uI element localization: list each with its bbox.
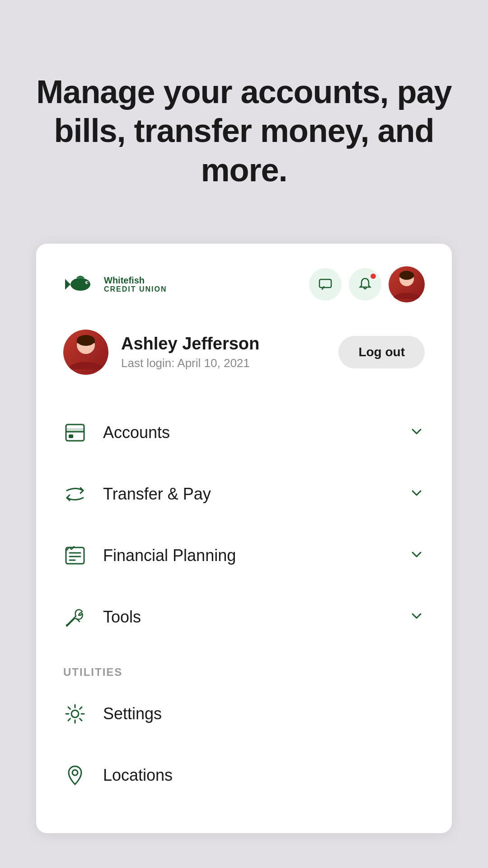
bell-icon [357,277,373,292]
svg-point-0 [70,278,90,291]
user-info-left: Ashley Jefferson Last login: April 10, 2… [63,330,259,375]
user-avatar-header[interactable] [389,266,425,302]
menu-item-locations[interactable]: Locations [36,745,452,806]
svg-point-18 [72,770,78,775]
logo-text: Whitefish CREDIT UNION [104,275,167,293]
menu-list: Accounts Transfer & Pay [36,397,452,652]
menu-item-tools[interactable]: Tools [36,586,452,648]
logout-button[interactable]: Log out [338,336,425,368]
settings-icon [63,702,87,726]
svg-rect-11 [69,434,73,438]
accounts-chevron [408,424,425,442]
accounts-label: Accounts [103,423,392,442]
user-avatar-large [63,330,108,375]
financial-planning-chevron [408,547,425,565]
logo-area: Whitefish CREDIT UNION [63,271,167,298]
hero-section: Manage your accounts, pay bills, transfe… [0,0,488,244]
svg-point-2 [87,282,88,283]
hero-title: Manage your accounts, pay bills, transfe… [36,72,452,189]
user-name: Ashley Jefferson [121,334,259,354]
logo-fish-icon [63,271,99,298]
svg-point-17 [71,710,79,717]
message-button[interactable] [309,268,342,301]
notification-button[interactable] [349,268,381,301]
user-details: Ashley Jefferson Last login: April 10, 2… [121,334,259,370]
tools-label: Tools [103,608,392,627]
utilities-label: UTILITIES [63,666,425,679]
logo-type: CREDIT UNION [104,285,167,293]
transfer-pay-chevron [408,485,425,503]
tools-icon [63,605,87,629]
locations-icon [63,764,87,787]
menu-item-financial-planning[interactable]: Financial Planning [36,525,452,586]
menu-item-settings[interactable]: Settings [36,683,452,745]
svg-rect-8 [66,425,84,441]
header-icons [309,266,425,302]
financial-planning-label: Financial Planning [103,546,392,565]
tools-chevron [408,608,425,626]
locations-label: Locations [103,766,425,785]
user-info-row: Ashley Jefferson Last login: April 10, 2… [36,321,452,397]
settings-label: Settings [103,704,425,723]
svg-rect-3 [319,279,331,288]
svg-rect-12 [66,547,84,564]
transfer-pay-label: Transfer & Pay [103,485,392,504]
menu-item-accounts[interactable]: Accounts [36,402,452,463]
avatar-silhouette [389,266,425,302]
logo-name: Whitefish [104,275,167,285]
notification-dot [370,273,377,280]
message-icon [318,277,333,292]
accounts-icon [63,421,87,444]
card-header: Whitefish CREDIT UNION [36,244,452,321]
transfer-icon [63,482,87,506]
last-login: Last login: April 10, 2021 [121,356,259,370]
user-avatar-silhouette [63,330,108,375]
menu-item-transfer-pay[interactable]: Transfer & Pay [36,463,452,525]
main-card: Whitefish CREDIT UNION [36,244,452,833]
financial-icon [63,544,87,567]
utilities-section: UTILITIES [36,652,452,679]
